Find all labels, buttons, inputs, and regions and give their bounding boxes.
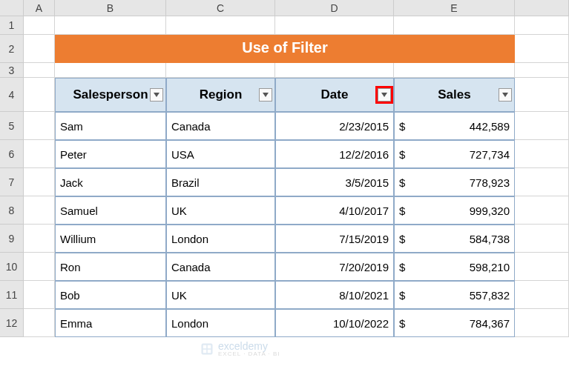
header-region[interactable]: Region: [166, 78, 275, 112]
cell-date[interactable]: 4/10/2017: [275, 196, 394, 225]
cell[interactable]: [24, 196, 55, 225]
filter-button-sales[interactable]: [499, 88, 512, 102]
cell-date[interactable]: 2/23/2015: [275, 112, 394, 140]
row-header[interactable]: 7: [0, 168, 24, 196]
cell-salesperson[interactable]: Emma: [55, 309, 166, 337]
cell-sales[interactable]: $727,734: [394, 140, 515, 168]
cell[interactable]: [24, 281, 55, 309]
cell[interactable]: [166, 63, 275, 78]
row-header[interactable]: 5: [0, 112, 24, 140]
cell-salesperson[interactable]: Ron: [55, 253, 166, 281]
col-header-a[interactable]: A: [24, 0, 55, 16]
header-sales[interactable]: Sales: [394, 78, 515, 112]
cell[interactable]: [515, 16, 569, 35]
row-header[interactable]: 12: [0, 309, 24, 337]
cell-date[interactable]: 8/10/2021: [275, 281, 394, 309]
cell-region[interactable]: Brazil: [166, 168, 275, 196]
cell-sales[interactable]: $778,923: [394, 168, 515, 196]
cell-region[interactable]: USA: [166, 140, 275, 168]
filter-button-salesperson[interactable]: [150, 88, 163, 102]
row-header-3[interactable]: 3: [0, 63, 24, 78]
cell-sales[interactable]: $442,589: [394, 112, 515, 140]
row-header-1[interactable]: 1: [0, 16, 24, 35]
header-label: Region: [200, 87, 243, 102]
col-header-b[interactable]: B: [55, 0, 166, 16]
cell-date[interactable]: 7/15/2019: [275, 225, 394, 253]
filter-button-region[interactable]: [259, 88, 272, 102]
cell-date[interactable]: 10/10/2022: [275, 309, 394, 337]
currency-symbol: $: [399, 317, 405, 330]
cell-date[interactable]: 3/5/2015: [275, 168, 394, 196]
cell-salesperson[interactable]: Bob: [55, 281, 166, 309]
cell-region[interactable]: Canada: [166, 112, 275, 140]
cell[interactable]: [24, 253, 55, 281]
cell[interactable]: [55, 16, 166, 35]
cell[interactable]: [55, 63, 166, 78]
col-header-c[interactable]: C: [166, 0, 275, 16]
cell-region[interactable]: Canada: [166, 253, 275, 281]
row-header[interactable]: 6: [0, 140, 24, 168]
cell[interactable]: [166, 16, 275, 35]
cell-salesperson[interactable]: Samuel: [55, 196, 166, 225]
row-header-2[interactable]: 2: [0, 35, 24, 63]
col-header-d[interactable]: D: [275, 0, 394, 16]
cell[interactable]: [515, 140, 569, 168]
cell[interactable]: [515, 35, 569, 63]
cell-sales[interactable]: $598,210: [394, 253, 515, 281]
cell[interactable]: [24, 225, 55, 253]
cell-salesperson[interactable]: Willium: [55, 225, 166, 253]
cell[interactable]: [515, 196, 569, 225]
row-header-4[interactable]: 4: [0, 78, 24, 112]
cell[interactable]: [515, 78, 569, 112]
cell[interactable]: [275, 16, 394, 35]
sales-value: 442,589: [470, 120, 510, 133]
header-salesperson[interactable]: Salesperson: [55, 78, 166, 112]
table-row: 11BobUK8/10/2021$557,832: [0, 281, 569, 309]
col-header-e[interactable]: E: [394, 0, 515, 16]
cell[interactable]: [394, 16, 515, 35]
filter-button-date[interactable]: [378, 88, 391, 102]
cell[interactable]: [24, 78, 55, 112]
sales-value: 727,734: [470, 148, 510, 161]
cell-region[interactable]: UK: [166, 196, 275, 225]
cell[interactable]: [275, 63, 394, 78]
sales-value: 584,738: [470, 233, 510, 245]
cell[interactable]: [24, 16, 55, 35]
cell-sales[interactable]: $557,832: [394, 281, 515, 309]
cell-date[interactable]: 7/20/2019: [275, 253, 394, 281]
header-date[interactable]: Date: [275, 78, 394, 112]
row-header[interactable]: 10: [0, 253, 24, 281]
cell[interactable]: [515, 225, 569, 253]
cell[interactable]: [515, 168, 569, 196]
cell[interactable]: [515, 253, 569, 281]
row-header[interactable]: 9: [0, 225, 24, 253]
cell[interactable]: [24, 63, 55, 78]
cell-region[interactable]: UK: [166, 281, 275, 309]
row-header[interactable]: 11: [0, 281, 24, 309]
cell[interactable]: [515, 309, 569, 337]
cell[interactable]: [24, 140, 55, 168]
cell[interactable]: [394, 63, 515, 78]
cell-sales[interactable]: $784,367: [394, 309, 515, 337]
select-all-corner[interactable]: [0, 0, 24, 16]
cell[interactable]: [24, 309, 55, 337]
cell[interactable]: [24, 35, 55, 63]
sales-value: 999,320: [470, 205, 510, 217]
cell-region[interactable]: London: [166, 225, 275, 253]
cell[interactable]: [24, 112, 55, 140]
cell-salesperson[interactable]: Peter: [55, 140, 166, 168]
cell-sales[interactable]: $999,320: [394, 196, 515, 225]
cell[interactable]: [24, 168, 55, 196]
cell-salesperson[interactable]: Sam: [55, 112, 166, 140]
cell-date[interactable]: 12/2/2016: [275, 140, 394, 168]
cell-salesperson[interactable]: Jack: [55, 168, 166, 196]
cell[interactable]: [515, 112, 569, 140]
cell-region[interactable]: London: [166, 309, 275, 337]
title-banner[interactable]: Use of Filter: [55, 35, 515, 63]
cell-sales[interactable]: $584,738: [394, 225, 515, 253]
col-header-f[interactable]: [515, 0, 569, 16]
row-header[interactable]: 8: [0, 196, 24, 225]
cell[interactable]: [515, 63, 569, 78]
chevron-down-icon: [502, 93, 508, 97]
cell[interactable]: [515, 281, 569, 309]
